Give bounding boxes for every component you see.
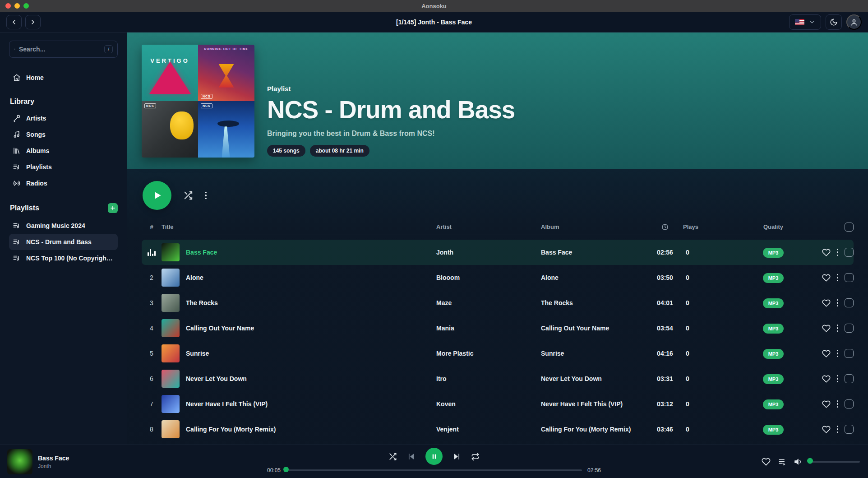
sidebar-playlist-gaming-music-2024[interactable]: Gaming Music 2024 (9, 218, 118, 234)
progress-bar[interactable] (286, 469, 582, 471)
shuffle-button[interactable] (388, 452, 397, 461)
total-time: 02:56 (587, 467, 605, 473)
favorite-heart-icon[interactable] (822, 349, 831, 358)
track-row[interactable]: 2 Alone Blooom Alone 03:50 0 MP3 (142, 265, 854, 290)
col-album[interactable]: Album (541, 223, 647, 230)
search-box[interactable]: / (9, 41, 118, 58)
track-select-checkbox[interactable] (845, 425, 854, 434)
library-icon (13, 147, 21, 155)
track-select-checkbox[interactable] (845, 324, 854, 333)
track-row[interactable]: 6 Never Let You Down Itro Never Let You … (142, 366, 854, 391)
track-album[interactable]: Bass Face (541, 249, 647, 256)
sidebar-playlist-ncs-top-100[interactable]: NCS Top 100 (No Copyright… (9, 250, 118, 266)
track-album[interactable]: Never Have I Felt This (VIP) (541, 400, 647, 408)
track-options-icon[interactable] (837, 350, 839, 357)
favorite-heart-icon[interactable] (822, 400, 831, 408)
col-quality[interactable]: Quality (763, 223, 783, 230)
search-input[interactable] (19, 46, 101, 53)
track-options-icon[interactable] (837, 274, 839, 282)
nav-forward-button[interactable] (25, 15, 41, 29)
track-artist[interactable]: Blooom (436, 274, 541, 281)
track-duration: 03:50 (657, 274, 673, 281)
track-artist[interactable]: Itro (436, 375, 541, 382)
previous-track-button[interactable] (407, 452, 416, 461)
current-track-art[interactable] (7, 449, 32, 474)
sidebar-item-home[interactable]: Home (9, 70, 118, 86)
nav-back-button[interactable] (6, 15, 22, 29)
sidebar-item-radios[interactable]: Radios (9, 175, 118, 191)
shuffle-playlist-button[interactable] (183, 190, 193, 200)
track-number: 8 (150, 426, 153, 433)
track-row[interactable]: 5 Sunrise More Plastic Sunrise 04:16 0 M… (142, 341, 854, 366)
playlist-description: Bringing you the best in Drum & Bass fro… (267, 130, 515, 138)
track-duration: 02:56 (657, 249, 673, 256)
col-index[interactable]: # (150, 223, 153, 230)
sidebar-item-artists[interactable]: Artists (9, 110, 118, 126)
favorite-heart-icon[interactable] (822, 299, 831, 307)
favorite-heart-icon[interactable] (822, 274, 831, 282)
favorite-heart-icon[interactable] (822, 248, 831, 257)
sidebar-item-playlists[interactable]: Playlists (9, 159, 118, 175)
track-artist[interactable]: Jonth (436, 249, 541, 256)
track-select-checkbox[interactable] (845, 298, 854, 307)
track-options-icon[interactable] (837, 249, 839, 256)
track-album[interactable]: Calling For You (Morty Remix) (541, 426, 647, 433)
col-artist[interactable]: Artist (436, 223, 541, 230)
play-icon (151, 190, 163, 201)
track-select-checkbox[interactable] (845, 399, 854, 408)
track-album[interactable]: Alone (541, 274, 647, 281)
track-album[interactable]: Sunrise (541, 350, 647, 357)
track-artist[interactable]: Koven (436, 400, 541, 408)
track-select-checkbox[interactable] (845, 374, 854, 383)
pause-button[interactable] (425, 448, 443, 465)
user-account-button[interactable] (846, 14, 862, 30)
track-row[interactable]: 3 The Rocks Maze The Rocks 04:01 0 MP3 (142, 290, 854, 316)
volume-slider[interactable] (810, 461, 860, 463)
track-options-icon[interactable] (837, 375, 839, 383)
col-title[interactable]: Title (162, 223, 436, 230)
queue-icon[interactable] (778, 457, 787, 466)
track-select-checkbox[interactable] (845, 273, 854, 282)
favorite-heart-icon[interactable] (822, 324, 831, 333)
sidebar-item-label: Home (26, 74, 44, 81)
clock-icon (661, 223, 669, 231)
track-album[interactable]: Calling Out Your Name (541, 325, 647, 332)
track-row[interactable]: 4 Calling Out Your Name Mania Calling Ou… (142, 316, 854, 341)
track-album[interactable]: Never Let You Down (541, 375, 647, 382)
favorite-heart-icon[interactable] (822, 375, 831, 383)
current-track-artist[interactable]: Jonth (38, 463, 69, 469)
create-playlist-button[interactable] (108, 203, 118, 213)
track-options-icon[interactable] (837, 325, 839, 332)
sidebar-item-songs[interactable]: Songs (9, 126, 118, 143)
repeat-button[interactable] (471, 452, 480, 461)
track-row[interactable]: 1 Bass Face Jonth Bass Face 02:56 0 MP3 (142, 240, 854, 265)
favorite-heart-icon[interactable] (762, 457, 771, 466)
current-track-title[interactable]: Bass Face (38, 455, 69, 462)
col-duration[interactable] (661, 223, 669, 231)
track-options-icon[interactable] (837, 299, 839, 307)
track-options-icon[interactable] (837, 426, 839, 433)
theme-toggle-button[interactable] (826, 14, 842, 30)
track-artist[interactable]: More Plastic (436, 350, 541, 357)
select-all-checkbox[interactable] (845, 223, 854, 232)
track-options-icon[interactable] (837, 400, 839, 408)
sidebar-item-albums[interactable]: Albums (9, 143, 118, 159)
track-album[interactable]: The Rocks (541, 299, 647, 306)
playlist-more-options-button[interactable] (205, 192, 207, 200)
volume-icon[interactable] (794, 457, 803, 466)
track-duration: 03:31 (657, 375, 673, 382)
track-select-checkbox[interactable] (845, 248, 854, 257)
play-playlist-button[interactable] (143, 181, 171, 210)
search-shortcut-key: / (104, 45, 113, 53)
col-plays[interactable]: Plays (683, 223, 742, 230)
language-select[interactable] (789, 14, 821, 30)
sidebar-playlist-ncs-drum-and-bass[interactable]: NCS - Drum and Bass (9, 234, 118, 250)
next-track-button[interactable] (452, 452, 461, 461)
track-artist[interactable]: Maze (436, 299, 541, 306)
track-row[interactable]: 7 Never Have I Felt This (VIP) Koven Nev… (142, 391, 854, 417)
track-select-checkbox[interactable] (845, 349, 854, 358)
track-row[interactable]: 8 Calling For You (Morty Remix) Venjent … (142, 417, 854, 442)
track-artist[interactable]: Mania (436, 325, 541, 332)
favorite-heart-icon[interactable] (822, 425, 831, 434)
track-artist[interactable]: Venjent (436, 426, 541, 433)
